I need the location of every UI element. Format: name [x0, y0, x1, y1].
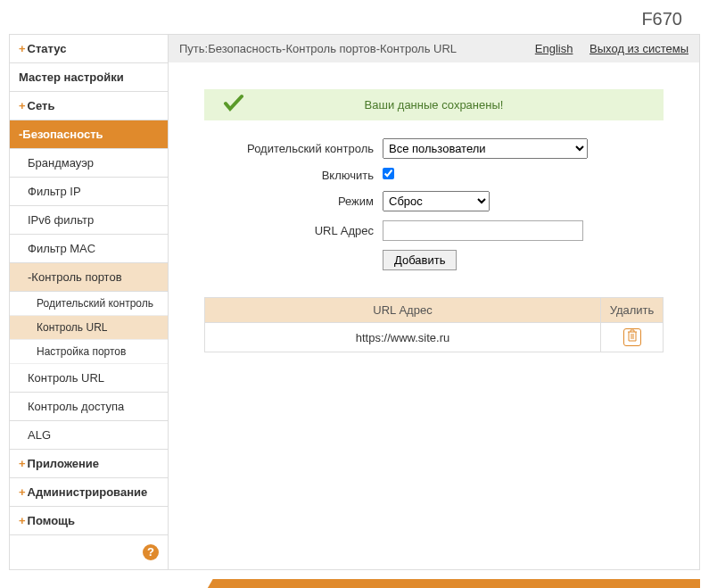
nav-status[interactable]: +Статус	[10, 35, 168, 63]
nav-alg[interactable]: ALG	[10, 421, 168, 450]
success-text: Ваши данные сохранены!	[365, 98, 504, 112]
help-icon-container: ?	[10, 535, 168, 569]
nav-mac-filter[interactable]: Фильтр MAC	[10, 235, 168, 263]
trash-icon	[627, 329, 638, 342]
nav-security[interactable]: -Безопасность	[10, 120, 168, 149]
nav-help[interactable]: +Помощь	[10, 507, 168, 535]
success-banner: Ваши данные сохранены!	[204, 89, 664, 120]
enable-label: Включить	[204, 169, 383, 182]
nav-parental-control[interactable]: Родительский контроль	[10, 292, 168, 316]
page-header: F670	[0, 0, 709, 34]
mode-label: Режим	[204, 195, 383, 208]
nav-ip-filter[interactable]: Фильтр IP	[10, 178, 168, 206]
nav-application[interactable]: +Приложение	[10, 450, 168, 478]
add-button[interactable]: Добавить	[383, 250, 457, 270]
model-label: F670	[641, 9, 682, 29]
nav-ipv6-filter[interactable]: IPv6 фильтр	[10, 206, 168, 235]
nav-url-control[interactable]: Контроль URL	[10, 364, 168, 393]
enable-checkbox[interactable]	[383, 168, 394, 179]
mode-select[interactable]: Сброс	[383, 191, 490, 211]
nav-url-control-sub[interactable]: Контроль URL	[10, 316, 168, 340]
url-input[interactable]	[383, 220, 583, 241]
delete-header: Удалить	[601, 298, 664, 323]
main-content: Путь:Безопасность-Контроль портов-Контро…	[168, 34, 700, 570]
parental-select[interactable]: Все пользователи	[383, 138, 588, 159]
nav-firewall[interactable]: Брандмауэр	[10, 149, 168, 178]
english-link[interactable]: English	[535, 42, 573, 55]
logout-link[interactable]: Выход из системы	[589, 42, 688, 55]
nav-network[interactable]: +Сеть	[10, 92, 168, 120]
help-icon[interactable]: ?	[143, 544, 159, 560]
parental-label: Родительский контроль	[204, 142, 383, 155]
nav-access-control[interactable]: Контроль доступа	[10, 393, 168, 421]
breadcrumb-bar: Путь:Безопасность-Контроль портов-Контро…	[169, 35, 699, 62]
breadcrumb: Путь:Безопасность-Контроль портов-Контро…	[179, 42, 457, 55]
nav-administration[interactable]: +Администрирование	[10, 478, 168, 507]
url-header: URL Адрес	[205, 298, 601, 323]
url-label: URL Адрес	[204, 224, 383, 237]
url-cell: https://www.site.ru	[205, 323, 601, 352]
table-row: https://www.site.ru	[205, 323, 664, 352]
url-table: URL Адрес Удалить https://www.site.ru	[204, 297, 664, 352]
footer-stripe	[9, 579, 700, 588]
nav-wizard[interactable]: Мастер настройки	[10, 63, 168, 92]
delete-button[interactable]	[623, 328, 641, 346]
sidebar: +Статус Мастер настройки +Сеть -Безопасн…	[9, 34, 168, 570]
nav-port-control[interactable]: -Контроль портов	[10, 263, 168, 292]
nav-port-settings[interactable]: Настройка портов	[10, 340, 168, 364]
check-icon	[222, 93, 243, 117]
